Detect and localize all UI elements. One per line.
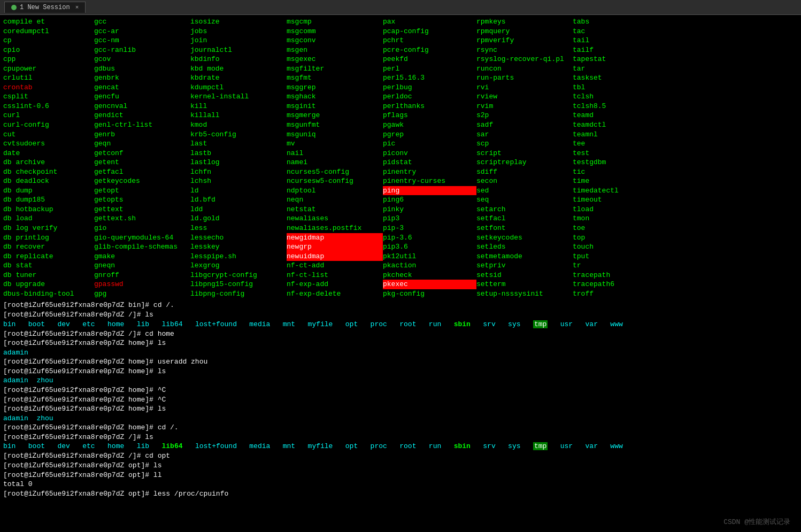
cmd-empty22 [666, 214, 763, 223]
cmd-lessecho: lessecho [190, 233, 287, 243]
cmd-genrb: genrb [94, 130, 190, 140]
cmd-cpupower: cpupower [3, 64, 94, 74]
cmd-cd-opt: [root@iZuf65ue9i2fxna8re0p7dZ /]# cd opt [3, 451, 798, 461]
cmd-coredumpctl: coredumpctl [3, 27, 94, 36]
cmd-getent: getent [94, 158, 190, 167]
cmd-empty20 [666, 195, 763, 205]
cmd-pip3-6: pip3.6 [383, 242, 476, 252]
cmd-rsyslog-recover-qi: rsyslog-recover-qi.pl [476, 55, 573, 64]
cmd-perlthanks: perlthanks [383, 102, 476, 111]
cmd-mv: mv [287, 139, 383, 149]
cmd-namei: namei [287, 158, 383, 167]
cmd-timedatectl: timedatectl [573, 186, 666, 196]
cmd-less-cpuinfo: [root@iZuf65ue9i2fxna8re0p7dZ opt]# less… [3, 489, 798, 499]
cmd-less: less [190, 223, 287, 233]
cmd-empty25 [666, 242, 763, 252]
cmd-crontab: crontab [3, 83, 94, 92]
tab-label: 1 New Session [20, 4, 70, 11]
cmd-tapestat: tapestat [573, 55, 666, 64]
cmd-empty17 [666, 167, 763, 177]
cmd-getfacl: getfacl [94, 167, 190, 177]
cmd-newgrp: newgrp [287, 242, 383, 252]
session-tab[interactable]: 1 New Session × [4, 2, 86, 13]
cmd-msgunfmt: msgunfmt [287, 120, 383, 130]
cmd-crlutil: crlutil [3, 73, 94, 83]
cmd-genl-ctrl-list: genl-ctrl-list [94, 120, 190, 130]
cmd-db-upgrade: db upgrade [3, 280, 94, 289]
cmd-gio: gio [94, 223, 190, 233]
cmd-seq: seq [476, 195, 573, 205]
cmd-msgfmt: msgfmt [287, 73, 383, 83]
cmd-time: time [573, 176, 666, 186]
cmd-db-deadlock: db deadlock [3, 176, 94, 186]
cmd-gendict: gendict [94, 111, 190, 120]
cmd-scp: scp [476, 139, 573, 149]
cmd-tr: tr [573, 261, 666, 271]
cmd-msguniq: msguniq [287, 130, 383, 140]
cmd-nail: nail [287, 149, 383, 158]
cmd-tbl: tbl [573, 83, 666, 92]
cmd-last: last [190, 139, 287, 149]
cmd-script: script [476, 149, 573, 158]
cmd-curl: curl [3, 111, 94, 120]
cmd-lastb: lastb [190, 149, 287, 158]
cmd-lexgrog: lexgrog [190, 261, 287, 271]
cmd-kill: kill [190, 102, 287, 111]
cmd-ldd: ldd [190, 205, 287, 214]
cmd-tee: tee [573, 139, 666, 149]
cmd-rpmkeys: rpmkeys [476, 17, 573, 27]
cmd-gcc: gcc [94, 17, 190, 27]
cmd-s2p: s2p [476, 111, 573, 120]
cmd-setkeycodes: setkeycodes [476, 233, 573, 243]
cmd-db-load: db load [3, 214, 94, 223]
cmd-gio-querymodules-64: gio-querymodules-64 [94, 233, 190, 243]
cmd-db-archive: db archive [3, 158, 94, 167]
cmd-newgidmap: newgidmap [287, 233, 383, 243]
cmd-gcc-ranlib: gcc-ranlib [94, 45, 190, 55]
cmd-isosize: isosize [190, 17, 287, 27]
cmd-pkexec: pkexec [383, 280, 476, 289]
cmd-tclsh: tclsh [573, 92, 666, 102]
cmd-testgdbm: testgdbm [573, 158, 666, 167]
tab-close-button[interactable]: × [75, 4, 79, 11]
cmd-empty6 [666, 64, 763, 74]
cmd-kbdinfo: kbdinfo [190, 55, 287, 64]
cmd-lesskey: lesskey [190, 242, 287, 252]
cmd-sar: sar [476, 130, 573, 140]
cmd-gpg: gpg [94, 289, 190, 299]
cmd-tclsh85: tclsh8.5 [573, 102, 666, 111]
cmd-genbrk: genbrk [94, 73, 190, 83]
cmd-tracepath6: tracepath6 [573, 280, 666, 289]
cmd-rvi: rvi [476, 83, 573, 92]
cmd-gnroff: gnroff [94, 271, 190, 280]
cmd-rpmquery: rpmquery [476, 27, 573, 36]
cmd-peekfd: peekfd [383, 55, 476, 64]
cmd-pcap-config: pcap-config [383, 27, 476, 36]
cmd-gcc-nm: gcc-nm [94, 36, 190, 45]
cmd-touch: touch [573, 242, 666, 252]
cmd-nf-ct-add: nf-ct-add [287, 261, 383, 271]
cmd-sadf: sadf [476, 120, 573, 130]
cmd-setpriv: setpriv [476, 261, 573, 271]
cmd-useradd: [root@iZuf65ue9i2fxna8re0p7dZ home]# use… [3, 357, 798, 367]
cmd-empty27 [666, 261, 763, 271]
cmd-tar: tar [573, 64, 666, 74]
cmd-run-parts: run-parts [476, 73, 573, 83]
cmd-libgcrypt-config: libgcrypt-config [190, 271, 287, 280]
cmd-tac: tac [573, 27, 666, 36]
cmd-db-stat: db stat [3, 261, 94, 271]
cmd-db-hotbackup: db hotbackup [3, 205, 94, 214]
cmd-cvtsudoers: cvtsudoers [3, 139, 94, 149]
cmd-ld-gold: ld.gold [190, 214, 287, 223]
cmd-empty16 [666, 158, 763, 167]
cmd-msghack: msghack [287, 92, 383, 102]
cmd-setsid: setsid [476, 271, 573, 280]
ls-home3-output: adamin zhou [3, 414, 798, 423]
cmd-pgawk: pgawk [383, 120, 476, 130]
cmd-setarch: setarch [476, 205, 573, 214]
cmd-runcon: runcon [476, 64, 573, 74]
cmd-sdiff: sdiff [476, 167, 573, 177]
cmd-kdumpctl: kdumpctl [190, 83, 287, 92]
cmd-glib-compile-schemas: glib-compile-schemas [94, 242, 190, 252]
cmd-msgconv: msgconv [287, 36, 383, 45]
